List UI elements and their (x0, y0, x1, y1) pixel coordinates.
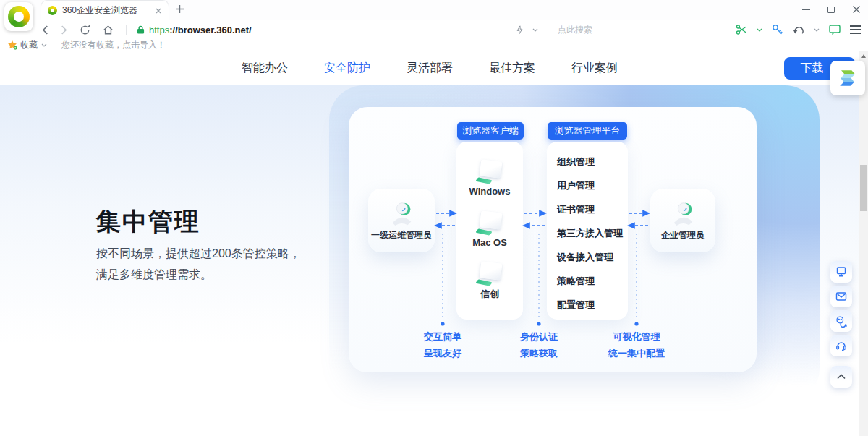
address-bar[interactable]: https://browser.360.net/ (137, 25, 252, 35)
nav-item-smart-office[interactable]: 智能办公 (242, 61, 288, 76)
management-diagram: 浏览器客户端 浏览器管理平台 Windows Mac OS 信创 组织管理 用户… (349, 107, 757, 372)
footnote-line: 策略获取 (492, 345, 586, 362)
page-title: 集中管理 (96, 205, 200, 239)
s-logo-icon (835, 65, 861, 91)
search-input[interactable] (558, 25, 643, 35)
platform-item: 配置管理 (557, 293, 628, 317)
platform-item: 策略管理 (557, 269, 628, 293)
new-tab-button[interactable] (175, 4, 184, 14)
monitor-icon (475, 161, 504, 184)
floating-action-stack (830, 261, 852, 356)
search-divider (548, 25, 548, 35)
window-controls (802, 0, 861, 19)
browser-window: 360企业安全浏览器 (0, 0, 868, 436)
client-item-windows: Windows (469, 161, 511, 197)
url-host: ://browser.360.net/ (169, 25, 251, 35)
tab-title: 360企业安全浏览器 (62, 4, 155, 17)
ops-admin-card: 一级运维管理员 (368, 189, 435, 252)
browser-tab[interactable]: 360企业安全浏览器 (41, 0, 169, 20)
client-badge: 浏览器客户端 (457, 122, 524, 140)
back-to-top-button[interactable] (830, 366, 852, 388)
bookmark-star-icon[interactable] (7, 40, 17, 50)
monitor-icon (475, 212, 504, 235)
site-nav: 智能办公 安全防护 灵活部署 最佳方案 行业案例 (0, 51, 859, 85)
tab-favicon-icon (48, 6, 57, 15)
demo-desktop-button[interactable] (830, 261, 852, 283)
scrollbar-up-arrow[interactable] (861, 54, 866, 58)
footnote-line: 可视化管理 (590, 328, 684, 345)
feedback-message-icon[interactable] (829, 25, 841, 35)
nav-item-deployment[interactable]: 灵活部署 (407, 61, 453, 76)
footnote-line: 呈现友好 (396, 345, 490, 362)
undo-recent-icon[interactable] (793, 25, 804, 35)
footnote-identity: 身份认证 策略获取 (492, 328, 586, 362)
enterprise-admin-label: 企业管理员 (661, 229, 705, 241)
home-button[interactable] (103, 25, 114, 35)
nav-item-cases[interactable]: 行业案例 (571, 61, 618, 76)
screenshot-scissors-icon[interactable] (736, 24, 747, 35)
undo-caret-icon[interactable] (814, 28, 820, 32)
browser-360-logo[interactable] (4, 2, 33, 31)
client-item-macos: Mac OS (472, 212, 507, 248)
minimize-button[interactable] (802, 9, 810, 10)
tab-close-icon[interactable] (155, 7, 162, 14)
desktop-icon (835, 266, 847, 278)
wechat-button[interactable] (830, 310, 852, 332)
url-text[interactable]: https://browser.360.net/ (149, 25, 252, 35)
menu-hamburger-icon[interactable] (850, 25, 861, 33)
footnote-line: 统一集中配置 (590, 345, 684, 362)
tools-divider (726, 25, 726, 35)
bookmarks-bar: 收藏 您还没有收藏，点击导入！ (0, 39, 868, 51)
browser-toolbar: https://browser.360.net/ (0, 20, 868, 39)
https-lock-icon (137, 25, 145, 35)
password-key-icon[interactable] (772, 24, 783, 35)
close-button[interactable] (852, 5, 861, 14)
monitor-icon (475, 262, 504, 286)
client-item-label: Windows (469, 186, 511, 197)
platform-item: 设备接入管理 (557, 245, 628, 269)
quick-access-caret-icon[interactable] (532, 28, 538, 32)
toolbar-divider (126, 25, 127, 35)
screenshot-caret-icon[interactable] (757, 28, 762, 32)
tab-strip: 360企业安全浏览器 (0, 0, 868, 20)
quick-access-lightning-icon[interactable] (516, 25, 523, 35)
ops-admin-label: 一级运维管理员 (371, 229, 432, 241)
client-item-label: 信创 (480, 288, 499, 301)
headset-icon (835, 340, 847, 351)
footnote-visual: 可视化管理 统一集中配置 (590, 328, 684, 362)
person-icon (388, 200, 415, 227)
footnote-line: 交互简单 (396, 328, 490, 345)
back-button[interactable] (42, 25, 48, 35)
platform-item: 用户管理 (557, 174, 628, 197)
person-icon (669, 200, 697, 227)
platform-item: 证书管理 (557, 197, 628, 221)
forward-button[interactable] (61, 25, 67, 35)
browser-360-logo-icon (8, 6, 30, 27)
email-button[interactable] (830, 286, 852, 307)
bookmarks-empty-hint[interactable]: 您还没有收藏，点击导入！ (61, 39, 166, 51)
footnote-line: 身份认证 (492, 328, 586, 345)
wechat-icon (835, 315, 848, 328)
client-item-xinchuang: 信创 (475, 262, 504, 301)
bookmarks-caret-icon[interactable] (41, 43, 47, 47)
footnote-interaction: 交互简单 呈现友好 (396, 328, 490, 362)
url-scheme: https (149, 25, 169, 35)
platform-column: 组织管理 用户管理 证书管理 第三方接入管理 设备接入管理 策略管理 配置管理 (547, 142, 628, 320)
nav-item-security[interactable]: 安全防护 (324, 61, 370, 76)
refresh-button[interactable] (80, 25, 90, 35)
page-description: 按不同场景，提供超过200条管控策略，满足多维度管理需求。 (96, 243, 302, 285)
bookmarks-label[interactable]: 收藏 (20, 39, 38, 51)
nav-item-solutions[interactable]: 最佳方案 (489, 61, 535, 76)
maximize-button[interactable] (827, 7, 835, 13)
client-column: Windows Mac OS 信创 (456, 142, 523, 320)
chevron-up-icon (835, 371, 847, 382)
client-item-label: Mac OS (472, 237, 507, 248)
customer-service-button[interactable] (830, 335, 852, 356)
platform-badge: 浏览器管理平台 (548, 122, 627, 140)
enterprise-admin-card: 企业管理员 (650, 189, 715, 252)
scrollbar-thumb[interactable] (860, 165, 867, 211)
sidebar-widget-button[interactable] (830, 61, 865, 95)
page-scrollbar[interactable] (859, 51, 868, 436)
mail-icon (835, 291, 847, 302)
download-button-label: 下载 (801, 61, 824, 76)
